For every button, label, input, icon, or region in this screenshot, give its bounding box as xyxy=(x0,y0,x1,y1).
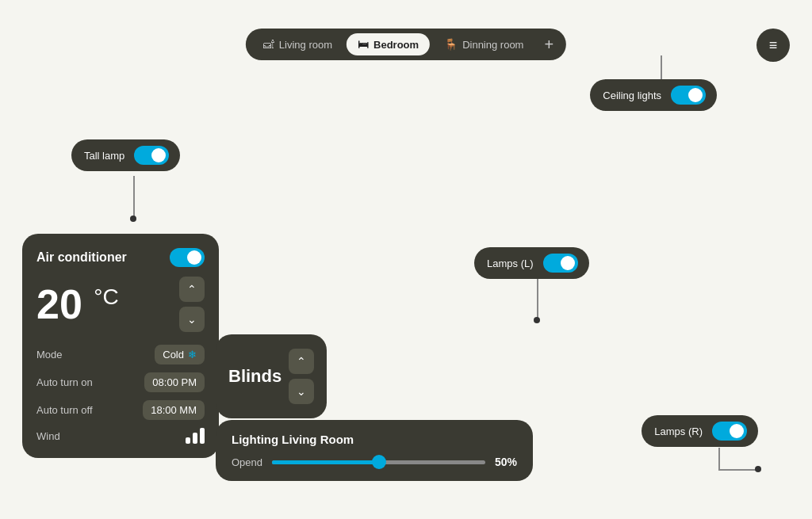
lamps-l-dot xyxy=(534,317,540,323)
blinds-card: Blinds ⌃ ⌄ xyxy=(216,334,327,418)
tab-bedroom-label: Bedroom xyxy=(373,39,419,51)
ceiling-lights-line xyxy=(661,55,662,81)
ac-temp-value: 20 xyxy=(36,281,82,327)
slider-fill xyxy=(272,460,378,464)
tab-dinning-room[interactable]: 🪑 Dinning room xyxy=(433,33,534,55)
lamps-r-switch[interactable] xyxy=(712,422,747,441)
lamps-r-label: Lamps (R) xyxy=(654,426,703,437)
tab-living-room-label: Living room xyxy=(279,39,332,51)
ac-mode-text: Cold xyxy=(163,349,184,361)
tall-lamp-label: Tall lamp xyxy=(84,150,124,162)
lamps-l-toggle[interactable]: Lamps (L) xyxy=(474,247,589,279)
ac-title: Air conditioner xyxy=(36,250,127,265)
wind-bar-3 xyxy=(200,428,205,444)
wind-bar-2 xyxy=(193,433,197,444)
ac-auto-on-value[interactable]: 08:00 PM xyxy=(144,372,205,392)
ac-wind-label: Wind xyxy=(36,430,60,442)
slider-thumb[interactable] xyxy=(372,455,386,469)
ac-auto-off-row: Auto turn off 18:00 MM xyxy=(36,400,205,420)
lamps-r-line-h xyxy=(718,469,758,471)
ac-toggle-switch[interactable] xyxy=(170,248,205,267)
sofa-icon: 🛋 xyxy=(263,38,274,51)
lighting-title: Lighting Living Room xyxy=(232,433,517,446)
wind-bars xyxy=(186,428,205,444)
menu-icon: ≡ xyxy=(769,37,778,54)
chair-icon: 🪑 xyxy=(444,38,458,51)
tall-lamp-line xyxy=(133,176,135,217)
tall-lamp-toggle[interactable]: Tall lamp xyxy=(71,139,180,171)
lamps-r-dot xyxy=(755,466,761,472)
ceiling-lights-switch[interactable] xyxy=(671,86,706,105)
blinds-controls: ⌃ ⌄ xyxy=(289,349,314,404)
ac-mode-value[interactable]: Cold ❄ xyxy=(155,345,205,364)
ac-auto-on-text: 08:00 PM xyxy=(152,376,197,388)
ac-mode-row: Mode Cold ❄ xyxy=(36,345,205,364)
tall-lamp-widget: Tall lamp xyxy=(71,139,180,171)
up-arrow-icon: ⌃ xyxy=(187,283,197,296)
blinds-title: Blinds xyxy=(228,366,282,387)
ac-temp-unit: °C xyxy=(94,284,118,309)
ceiling-lights-widget: Ceiling lights xyxy=(590,79,717,111)
blinds-header: Blinds ⌃ ⌄ xyxy=(228,349,314,404)
lighting-card: Lighting Living Room Opend 50% xyxy=(216,420,533,481)
snowflake-icon: ❄ xyxy=(188,349,197,361)
ac-temp-down-button[interactable]: ⌄ xyxy=(179,307,205,332)
tab-bedroom[interactable]: 🛏 Bedroom xyxy=(347,33,430,55)
lighting-opend-label: Opend xyxy=(232,456,262,468)
ac-temp-up-button[interactable]: ⌃ xyxy=(179,277,205,302)
tall-lamp-dot xyxy=(130,216,136,222)
lighting-slider[interactable] xyxy=(272,460,485,464)
ac-temperature: 20 °C xyxy=(36,284,119,325)
ac-card: Air conditioner 20 °C ⌃ ⌄ Mode Cold ❄ Au… xyxy=(22,234,219,458)
room-tabs: 🛋 Living room 🛏 Bedroom 🪑 Dinning room + xyxy=(246,29,566,60)
ac-header: Air conditioner xyxy=(36,248,205,267)
lamps-r-toggle[interactable]: Lamps (R) xyxy=(642,415,758,447)
tab-dinning-room-label: Dinning room xyxy=(462,39,523,51)
tab-living-room[interactable]: 🛋 Living room xyxy=(252,33,343,55)
ac-auto-off-text: 18:00 MM xyxy=(151,404,197,416)
ac-mode-label: Mode xyxy=(36,349,63,361)
ac-auto-off-label: Auto turn off xyxy=(36,404,93,416)
ac-controls: ⌃ ⌄ xyxy=(179,277,205,332)
lamps-l-label: Lamps (L) xyxy=(487,258,534,269)
ac-wind-row: Wind xyxy=(36,428,205,444)
lighting-row: Opend 50% xyxy=(232,456,517,468)
blinds-down-icon: ⌄ xyxy=(297,385,306,398)
lamps-l-widget: Lamps (L) xyxy=(474,247,589,279)
ac-auto-on-label: Auto turn on xyxy=(36,376,93,388)
lighting-percent: 50% xyxy=(495,456,517,468)
blinds-down-button[interactable]: ⌄ xyxy=(289,379,314,404)
tall-lamp-switch[interactable] xyxy=(134,146,169,165)
wind-bar-1 xyxy=(186,437,190,444)
ceiling-lights-label: Ceiling lights xyxy=(603,90,661,101)
ac-temp-row: 20 °C ⌃ ⌄ xyxy=(36,277,205,332)
menu-button[interactable]: ≡ xyxy=(756,29,790,62)
bed-icon: 🛏 xyxy=(358,38,369,51)
ac-auto-off-value[interactable]: 18:00 MM xyxy=(143,400,205,420)
lamps-r-line-v xyxy=(718,448,720,470)
ceiling-lights-toggle[interactable]: Ceiling lights xyxy=(590,79,717,111)
blinds-up-icon: ⌃ xyxy=(297,355,306,368)
add-room-button[interactable]: + xyxy=(538,33,560,55)
lamps-l-switch[interactable] xyxy=(543,254,578,273)
ac-auto-on-row: Auto turn on 08:00 PM xyxy=(36,372,205,392)
down-arrow-icon: ⌄ xyxy=(187,313,197,326)
blinds-up-button[interactable]: ⌃ xyxy=(289,349,314,374)
lamps-r-widget: Lamps (R) xyxy=(642,415,758,447)
